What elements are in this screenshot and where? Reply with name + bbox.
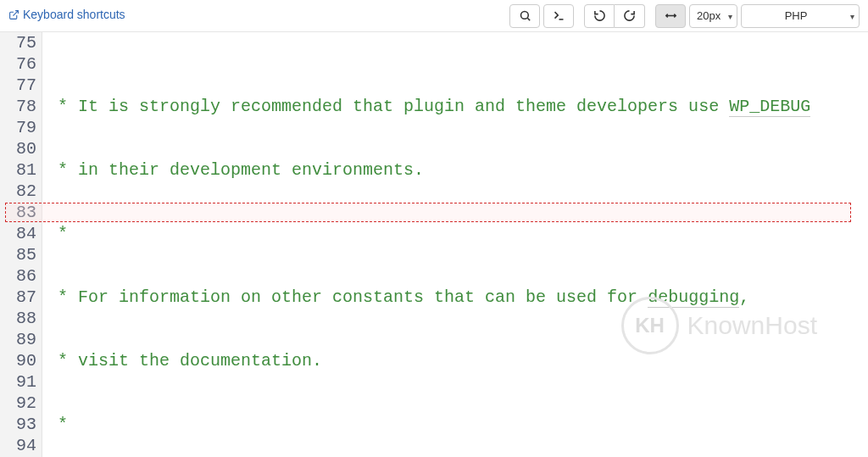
language-select[interactable]: PHP — [741, 4, 860, 28]
arrows-horizontal-icon — [665, 9, 677, 22]
line-number: 88 — [3, 308, 36, 329]
search-icon — [519, 9, 531, 22]
code-editor[interactable]: 75 76 77 78 79 80 81 82 83 84 85 86 87 8… — [0, 32, 868, 457]
line-number: 89 — [3, 329, 36, 350]
code-text: * — [47, 415, 68, 434]
highlighted-line — [5, 203, 851, 222]
line-number: 75 — [3, 32, 36, 53]
line-number: 79 — [3, 117, 36, 138]
line-number: 93 — [3, 414, 36, 435]
code-text: * visit the documentation. — [47, 351, 322, 371]
line-number: 78 — [3, 96, 36, 117]
code-text: debugging — [648, 287, 739, 308]
gutter: 75 76 77 78 79 80 81 82 83 84 85 86 87 8… — [0, 32, 42, 457]
line-number: 83 — [3, 202, 36, 223]
redo-button[interactable] — [615, 4, 645, 28]
line-number: 77 — [3, 75, 36, 96]
line-number: 80 — [3, 138, 36, 159]
line-number: 87 — [3, 287, 36, 308]
redo-icon — [623, 9, 636, 22]
svg-line-0 — [13, 10, 18, 15]
line-number: 86 — [3, 265, 36, 287]
external-link-icon — [8, 9, 19, 20]
font-size-select[interactable]: 20px — [689, 4, 737, 28]
undo-icon — [593, 9, 606, 22]
line-number: 92 — [3, 393, 36, 414]
line-number: 85 — [3, 244, 36, 265]
search-button[interactable] — [509, 4, 540, 28]
line-number: 91 — [3, 371, 36, 393]
code-text: * — [47, 224, 68, 243]
toolbar: Keyboard shortcuts 20px — [0, 0, 868, 32]
svg-point-1 — [520, 12, 528, 20]
code-text: * For information on other constants tha… — [47, 287, 648, 307]
line-number: 81 — [3, 159, 36, 181]
wordwrap-button[interactable] — [655, 4, 686, 28]
code-text: WP_DEBUG — [729, 97, 810, 117]
code-text: * in their development environments. — [47, 160, 424, 180]
line-number: 84 — [3, 223, 36, 244]
code-area[interactable]: * It is strongly recommended that plugin… — [42, 32, 868, 457]
code-text: * It is strongly recommended that plugin… — [47, 97, 729, 116]
line-number: 82 — [3, 181, 36, 202]
code-text: , — [739, 287, 749, 307]
line-number: 76 — [3, 53, 36, 75]
line-number: 90 — [3, 350, 36, 371]
terminal-button[interactable] — [543, 4, 574, 28]
undo-button[interactable] — [584, 4, 615, 28]
keyboard-shortcuts-label: Keyboard shortcuts — [23, 8, 125, 21]
terminal-icon — [553, 9, 565, 22]
line-number: 94 — [3, 435, 36, 456]
svg-line-2 — [527, 18, 530, 20]
keyboard-shortcuts-link[interactable]: Keyboard shortcuts — [8, 8, 125, 21]
